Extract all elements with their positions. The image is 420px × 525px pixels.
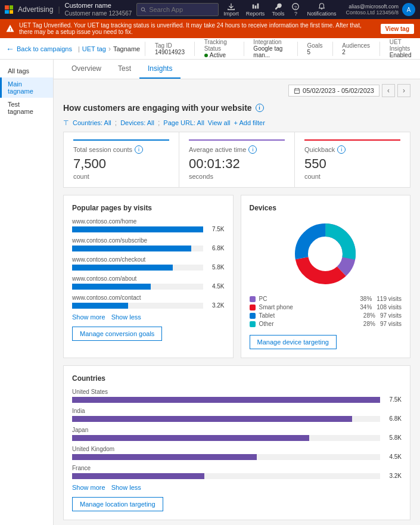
popular-page-item: www.contoso.com/home 7.5K xyxy=(72,218,225,232)
stat-quickback: Quickback i 550 count xyxy=(295,132,410,187)
app-body: All tags Main tagname Test tagname Overv… xyxy=(0,60,420,525)
popular-pages-links: Show more Show less xyxy=(72,313,225,321)
page-header: How customers are engaging with your web… xyxy=(54,97,420,116)
legend-item: Other 28% 97 visits xyxy=(250,321,402,327)
add-filter-button[interactable]: + Add filter xyxy=(234,119,265,126)
tabs-bar: Overview Test Insights xyxy=(54,60,420,79)
manage-device-targeting-button[interactable]: Manage device targeting xyxy=(250,335,337,349)
devices-card: Devices PC 38% 119 v xyxy=(241,195,411,358)
stat-total-sessions: Total session counts i 7,500 count xyxy=(64,132,179,187)
popular-page-item: www.contoso.com/about 4.5K xyxy=(72,275,225,290)
sidebar-item-all-tags[interactable]: All tags xyxy=(0,64,53,77)
reports-button[interactable]: Reports xyxy=(246,2,265,17)
breadcrumb-nav: ← Back to campaigns | UET tag › Tagname … xyxy=(0,38,420,60)
uet-tag-link[interactable]: UET tag xyxy=(82,45,106,52)
page-title: How customers are engaging with your web… xyxy=(63,103,410,113)
tab-test[interactable]: Test xyxy=(110,60,139,79)
svg-text:?: ? xyxy=(294,5,297,10)
stat-info-icon-1[interactable]: i xyxy=(248,145,257,154)
uet-insights-meta: UET Insights Enabled xyxy=(390,39,414,58)
show-less-pages[interactable]: Show less xyxy=(111,313,141,321)
stat-unit-0: count xyxy=(73,173,169,180)
advertising-label: Advertising xyxy=(18,5,53,14)
svg-rect-4 xyxy=(257,4,259,9)
back-to-campaigns[interactable]: ← Back to campaigns xyxy=(6,44,72,54)
search-box[interactable] xyxy=(136,3,219,16)
country-item: Japan 5.8K xyxy=(72,427,402,441)
search-input[interactable] xyxy=(149,6,214,13)
svg-rect-3 xyxy=(254,5,256,8)
legend-item: Smart phone 34% 108 visits xyxy=(250,304,402,310)
stat-unit-2: count xyxy=(304,173,400,180)
content-grid: Popular pages by visits www.contoso.com/… xyxy=(54,195,420,365)
help-button[interactable]: ? ? xyxy=(291,2,300,17)
filter-countries[interactable]: Countries: All xyxy=(73,119,111,126)
tracking-status-meta: Tracking Status Active xyxy=(204,39,234,58)
warning-icon: ! xyxy=(6,24,14,33)
top-navigation: Advertising | Customer name Customer nam… xyxy=(0,0,420,19)
customer-name: Customer name xyxy=(65,2,132,10)
company-name: Contoso.Ltd 123456/8 xyxy=(346,10,399,15)
tag-id-meta: Tag ID 149014923 xyxy=(155,42,185,55)
stat-unit-1: seconds xyxy=(189,173,285,180)
tools-button[interactable]: Tools xyxy=(272,2,284,17)
microsoft-logo xyxy=(5,5,13,14)
sidebar-item-main-tagname[interactable]: Main tagname xyxy=(0,77,53,98)
show-less-countries[interactable]: Show less xyxy=(111,484,141,491)
svg-rect-2 xyxy=(252,5,254,9)
countries-links: Show more Show less xyxy=(72,484,402,491)
date-picker-row: 05/02/2023 - 05/02/2023 ‹ › xyxy=(54,79,420,97)
stat-value-0: 7,500 xyxy=(73,156,169,172)
warning-bar: ! UET Tag Unverified. Your UET tag track… xyxy=(0,19,420,38)
filter-icon: ⊤ xyxy=(63,119,69,127)
country-item: United States 7.5K xyxy=(72,389,402,403)
customer-info: Customer name Customer name 1234567 xyxy=(65,2,132,17)
view-tag-button[interactable]: View tag xyxy=(381,24,414,34)
date-prev-button[interactable]: ‹ xyxy=(382,84,395,97)
stat-value-2: 550 xyxy=(304,156,400,172)
sidebar-item-test-tagname[interactable]: Test tagname xyxy=(0,98,53,118)
manage-location-targeting-button[interactable]: Manage location targeting xyxy=(72,497,163,511)
stat-info-icon-2[interactable]: i xyxy=(337,145,346,154)
show-more-countries[interactable]: Show more xyxy=(72,484,105,491)
stat-info-icon-0[interactable]: i xyxy=(135,145,143,154)
filter-devices[interactable]: Devices: All xyxy=(120,119,154,126)
tab-overview[interactable]: Overview xyxy=(63,60,110,79)
search-icon xyxy=(141,7,147,13)
user-email: alias@microsoft.com xyxy=(349,4,399,10)
tab-insights[interactable]: Insights xyxy=(139,60,181,79)
import-button[interactable]: Import xyxy=(223,2,239,17)
date-next-button[interactable]: › xyxy=(397,84,410,97)
user-avatar[interactable]: A xyxy=(402,3,415,16)
popular-page-item: www.contoso.com/checkout 5.8K xyxy=(72,256,225,271)
nav-icons: Import Reports Tools ? ? Notifications xyxy=(223,2,336,17)
countries-title: Countries xyxy=(72,374,402,383)
legend-item: PC 38% 119 visits xyxy=(250,296,402,302)
svg-rect-8 xyxy=(294,89,299,94)
show-more-pages[interactable]: Show more xyxy=(72,313,105,321)
tagname-breadcrumb: Tagname xyxy=(113,45,140,52)
popular-pages-card: Popular pages by visits www.contoso.com/… xyxy=(63,195,234,358)
date-range-value: 05/02/2023 - 05/02/2023 xyxy=(303,87,374,94)
legend-item: Tablet 28% 97 visits xyxy=(250,312,402,319)
svg-text:!: ! xyxy=(10,27,11,32)
stat-value-1: 00:01:32 xyxy=(189,156,285,172)
popular-pages-bars: www.contoso.com/home 7.5K www.contoso.co… xyxy=(72,218,225,309)
calendar-icon xyxy=(294,88,300,94)
info-icon[interactable]: i xyxy=(256,104,264,112)
notifications-button[interactable]: Notifications xyxy=(307,2,336,17)
popular-page-item: www.contoso.com/contact 3.2K xyxy=(72,294,225,309)
goals-meta: Goals 5 xyxy=(307,42,323,55)
svg-point-16 xyxy=(309,237,342,271)
donut-chart-wrapper xyxy=(250,218,402,290)
filters-row: ⊤ Countries: All ; Devices: All ; Page U… xyxy=(54,116,420,132)
view-all-link[interactable]: View all xyxy=(208,119,231,126)
popular-pages-title: Popular pages by visits xyxy=(72,204,225,212)
sidebar: All tags Main tagname Test tagname xyxy=(0,60,54,525)
country-item: France 3.2K xyxy=(72,465,402,479)
filter-page-url[interactable]: Page URL: All xyxy=(163,119,204,126)
user-profile[interactable]: alias@microsoft.com Contoso.Ltd 123456/8… xyxy=(346,3,415,16)
manage-conversion-goals-button[interactable]: Manage conversion goals xyxy=(72,327,162,341)
warning-text: UET Tag Unverified. Your UET tag trackin… xyxy=(19,22,376,35)
date-picker[interactable]: 05/02/2023 - 05/02/2023 xyxy=(288,85,379,97)
